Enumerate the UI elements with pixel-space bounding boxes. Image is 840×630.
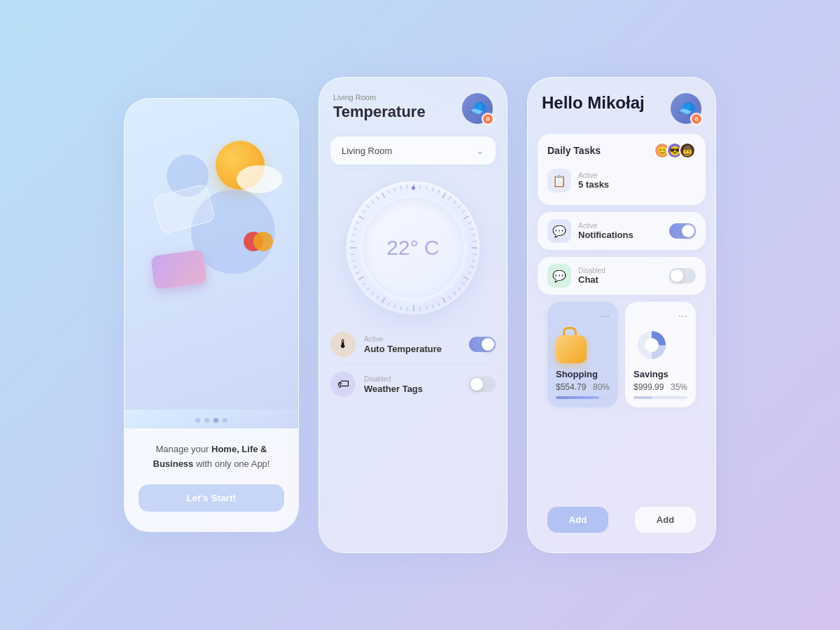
- tick-mark-47: [351, 234, 356, 236]
- tick-mark-13: [472, 234, 476, 236]
- auto-temp-knob: [482, 338, 494, 351]
- thermo-indicator-dot: [412, 186, 415, 190]
- tick-mark-58: [400, 186, 402, 190]
- tick-mark-5: [442, 192, 446, 199]
- tick-mark-10: [463, 216, 470, 220]
- savings-add-button[interactable]: Add: [635, 507, 696, 533]
- shopping-progress-bar: [556, 396, 610, 399]
- chevron-down-icon: ⌄: [476, 145, 484, 156]
- tick-mark-30: [413, 305, 414, 312]
- notifications-status: Active: [578, 222, 662, 230]
- notifications-row: 💬 Active Notifications: [538, 212, 706, 250]
- shopping-add-button[interactable]: Add: [547, 507, 608, 533]
- greeting-title: Hello Mikołaj: [542, 93, 645, 113]
- tick-mark-7: [453, 200, 457, 204]
- welcome-bottom: Manage your Home, Life & Business with o…: [125, 428, 298, 531]
- chat-toggle[interactable]: [669, 268, 696, 284]
- tick-mark-26: [438, 302, 440, 306]
- savings-pie-chart: [634, 327, 670, 363]
- savings-progress-bar: [634, 396, 687, 399]
- weather-tags-toggle[interactable]: [469, 377, 496, 392]
- chat-status: Disabled: [578, 267, 662, 274]
- tick-mark-14: [472, 240, 477, 242]
- tick-mark-38: [366, 287, 370, 291]
- start-button[interactable]: Let's Start!: [139, 484, 284, 512]
- task-avatars: 😊 😎 🤠: [654, 142, 696, 159]
- shopping-header: ···: [556, 310, 610, 323]
- tick-mark-15: [471, 247, 477, 248]
- weather-tags-knob: [470, 378, 483, 391]
- auto-temp-row: 🌡 Active Auto Temperature: [330, 324, 496, 364]
- tick-mark-1: [419, 184, 421, 188]
- tick-mark-51: [362, 210, 366, 214]
- tick-mark-40: [358, 276, 365, 280]
- tick-mark-25: [442, 298, 446, 304]
- auto-temp-toggle[interactable]: [469, 337, 496, 352]
- savings-header: ···: [634, 310, 687, 323]
- thermostat-dial[interactable]: 22° C: [346, 181, 479, 314]
- room-label: Living Room: [333, 93, 426, 102]
- shopping-percent: 80%: [593, 382, 610, 392]
- tick-mark-2: [426, 186, 428, 190]
- savings-percent: 35%: [671, 382, 687, 392]
- tick-mark-24: [448, 295, 451, 300]
- temperature-card: Living Room Temperature 🧢 8 Living Room …: [318, 77, 507, 553]
- dashboard-avatar-badge[interactable]: 🧢 8: [671, 93, 701, 124]
- tagline-bold: Home, Life & Business: [153, 444, 267, 469]
- shopping-bag-icon: [556, 327, 589, 363]
- shopping-menu-dots[interactable]: ···: [601, 310, 610, 323]
- thermo-outer-ring: 22° C: [346, 181, 479, 314]
- tasks-header: Daily Tasks 😊 😎 🤠: [547, 142, 696, 159]
- temperature-display: 22° C: [386, 236, 439, 260]
- mini-cards-row: ··· Shopping $554.79 80% ···: [538, 302, 706, 417]
- notifications-info: Active Notifications: [578, 222, 662, 240]
- savings-menu-dots[interactable]: ···: [678, 310, 687, 323]
- room-dropdown[interactable]: Living Room ⌄: [330, 136, 496, 164]
- dot-2: [204, 418, 209, 423]
- tick-mark-17: [472, 260, 476, 262]
- dashboard-content: Daily Tasks 😊 😎 🤠 📋 Active 5 tasks 💬 Act…: [528, 134, 715, 507]
- chat-label: Chat: [578, 274, 662, 285]
- tick-mark-34: [387, 302, 390, 306]
- notifications-toggle[interactable]: [669, 223, 696, 239]
- user-avatar-badge[interactable]: 🧢 8: [462, 93, 493, 124]
- tick-mark-50: [358, 216, 365, 220]
- chat-icon: 💬: [547, 264, 571, 288]
- notifications-knob: [682, 225, 694, 237]
- weather-tags-name: Weather Tags: [364, 384, 461, 394]
- task-icon: 📋: [547, 169, 571, 192]
- tick-mark-21: [461, 282, 465, 286]
- savings-name: Savings: [634, 369, 687, 379]
- mc-right-circle: [253, 232, 273, 251]
- tick-mark-54: [376, 196, 379, 200]
- auto-temp-status: Active: [364, 335, 461, 343]
- tick-mark-31: [406, 307, 408, 311]
- tick-mark-37: [370, 291, 374, 295]
- settings-toggles: 🌡 Active Auto Temperature 🏷 Disabled Wea…: [319, 324, 507, 410]
- temp-title: Temperature: [333, 103, 426, 121]
- tick-mark-8: [457, 204, 461, 209]
- task-status: Active: [578, 172, 609, 179]
- notifications-label: Notifications: [578, 230, 662, 240]
- tick-mark-33: [393, 304, 396, 309]
- tick-mark-3: [431, 187, 434, 191]
- tick-mark-46: [350, 240, 354, 242]
- tasks-title: Daily Tasks: [547, 145, 601, 156]
- task-count: 5 tasks: [578, 179, 609, 190]
- dot-1: [195, 418, 200, 423]
- thermostat-control[interactable]: 22° C: [319, 174, 507, 324]
- tick-mark-9: [461, 210, 465, 214]
- tick-mark-39: [362, 282, 366, 286]
- tick-mark-45: [350, 247, 356, 248]
- shopping-stats: $554.79 80%: [556, 382, 610, 392]
- auto-temp-name: Auto Temperature: [364, 344, 461, 354]
- tick-mark-48: [353, 227, 357, 230]
- chat-info: Disabled Chat: [578, 267, 662, 285]
- task-item: 📋 Active 5 tasks: [547, 164, 696, 197]
- tick-mark-27: [431, 304, 434, 309]
- tick-mark-52: [366, 204, 370, 209]
- tick-mark-43: [351, 260, 356, 262]
- tick-mark-23: [453, 291, 457, 295]
- pink-card-shape: [150, 249, 207, 290]
- pie-svg: [634, 327, 670, 363]
